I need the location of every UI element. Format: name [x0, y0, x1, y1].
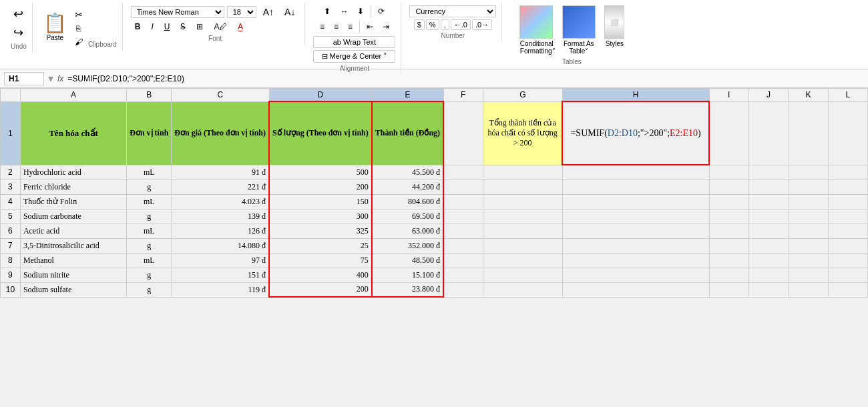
cell-g1[interactable]: Tổng thành tiền của hóa chất có số lượng… — [483, 101, 562, 165]
cell-e3[interactable]: 44.200 đ — [372, 179, 443, 194]
cell-f10[interactable] — [443, 282, 483, 297]
cell-k9[interactable] — [789, 268, 828, 282]
cell-f7[interactable] — [443, 238, 483, 253]
col-header-f[interactable]: F — [443, 89, 483, 102]
align-middle-button[interactable]: ↔ — [336, 5, 352, 17]
cell-c8[interactable]: 97 đ — [172, 253, 269, 268]
copy-button[interactable]: ⎘ — [72, 23, 85, 35]
cell-l9[interactable] — [828, 268, 867, 282]
cell-f8[interactable] — [443, 253, 483, 268]
cell-f6[interactable] — [443, 224, 483, 238]
row-header-1[interactable]: 1 — [1, 101, 21, 165]
increase-font-button[interactable]: A↑ — [259, 5, 278, 19]
cell-h3[interactable] — [562, 179, 709, 194]
cell-f3[interactable] — [443, 179, 483, 194]
cell-i8[interactable] — [709, 253, 748, 268]
row-header-6[interactable]: 6 — [1, 224, 21, 238]
cell-d10[interactable]: 200 — [269, 282, 372, 297]
styles-button[interactable]: Styles — [602, 39, 628, 49]
cell-i9[interactable] — [709, 268, 748, 282]
cell-i4[interactable] — [709, 194, 748, 209]
row-header-5[interactable]: 5 — [1, 209, 21, 224]
italic-button[interactable]: I — [147, 21, 157, 33]
cell-d9[interactable]: 400 — [269, 268, 372, 282]
cell-b9[interactable]: g — [127, 268, 172, 282]
col-header-d[interactable]: D — [269, 89, 372, 102]
cell-c7[interactable]: 14.080 đ — [172, 238, 269, 253]
col-header-c[interactable]: C — [172, 89, 269, 102]
underline-button[interactable]: U — [160, 21, 174, 33]
cell-i7[interactable] — [709, 238, 748, 253]
cell-c1[interactable]: Đơn giá (Theo đơn vị tính) — [172, 101, 269, 165]
indent-decrease-button[interactable]: ⇤ — [363, 21, 377, 33]
cell-h2[interactable] — [562, 165, 709, 179]
cell-b3[interactable]: g — [127, 179, 172, 194]
cell-b1[interactable]: Đơn vị tính — [127, 101, 172, 165]
decrease-decimal-button[interactable]: ←.0 — [451, 19, 471, 30]
row-header-4[interactable]: 4 — [1, 194, 21, 209]
indent-increase-button[interactable]: ⇥ — [379, 21, 393, 33]
cell-e6[interactable]: 63.000 đ — [372, 224, 443, 238]
cell-c4[interactable]: 4.023 đ — [172, 194, 269, 209]
cell-e8[interactable]: 48.500 đ — [372, 253, 443, 268]
cell-b4[interactable]: mL — [127, 194, 172, 209]
undo-button[interactable]: ↩ — [12, 5, 25, 23]
row-header-8[interactable]: 8 — [1, 253, 21, 268]
cell-l10[interactable] — [828, 282, 867, 297]
cell-d8[interactable]: 75 — [269, 253, 372, 268]
cell-e4[interactable]: 804.600 đ — [372, 194, 443, 209]
cell-j3[interactable] — [748, 179, 788, 194]
cell-i10[interactable] — [709, 282, 748, 297]
cell-k10[interactable] — [789, 282, 828, 297]
cell-j9[interactable] — [748, 268, 788, 282]
cell-k4[interactable] — [789, 194, 828, 209]
wrap-text-button[interactable]: ab Wrap Text — [313, 36, 395, 48]
cell-a5[interactable]: Sodium carbonate — [20, 209, 126, 224]
cell-j2[interactable] — [748, 165, 788, 179]
cell-l6[interactable] — [828, 224, 867, 238]
cell-e5[interactable]: 69.500 đ — [372, 209, 443, 224]
cell-c6[interactable]: 126 đ — [172, 224, 269, 238]
cell-g8[interactable] — [483, 253, 562, 268]
cell-g7[interactable] — [483, 238, 562, 253]
cell-f4[interactable] — [443, 194, 483, 209]
cell-b5[interactable]: g — [127, 209, 172, 224]
font-name-select[interactable]: Times New Roman — [131, 6, 224, 18]
paste-button[interactable]: 📋 Paste — [41, 11, 69, 43]
cell-i1[interactable] — [709, 101, 748, 165]
col-header-e[interactable]: E — [372, 89, 443, 102]
cell-e1[interactable]: Thành tiền (Đồng) — [372, 101, 443, 165]
format-painter-button[interactable]: 🖌 — [72, 36, 85, 48]
merge-center-button[interactable]: ⊟ Merge & Center ˅ — [313, 50, 395, 63]
strikethrough-button[interactable]: S̶ — [176, 21, 190, 33]
cell-h1[interactable]: =SUMIF(D2:D10;">200";E2:E10) — [562, 101, 709, 165]
col-header-h[interactable]: H — [562, 89, 709, 102]
cell-j5[interactable] — [748, 209, 788, 224]
cell-g3[interactable] — [483, 179, 562, 194]
cell-h4[interactable] — [562, 194, 709, 209]
cell-g9[interactable] — [483, 268, 562, 282]
number-format-select[interactable]: Currency — [409, 5, 496, 17]
text-direction-button[interactable]: ⟳ — [374, 5, 389, 17]
cell-f1[interactable] — [443, 101, 483, 165]
cell-c2[interactable]: 91 đ — [172, 165, 269, 179]
align-left-button[interactable]: ≡ — [316, 21, 329, 33]
font-color-button[interactable]: A̲ — [234, 21, 247, 33]
row-header-10[interactable]: 10 — [1, 282, 21, 297]
cell-a3[interactable]: Ferric chloride — [20, 179, 126, 194]
cell-e9[interactable]: 15.100 đ — [372, 268, 443, 282]
cell-e10[interactable]: 23.800 đ — [372, 282, 443, 297]
cell-a9[interactable]: Sodium nitrite — [20, 268, 126, 282]
cell-l5[interactable] — [828, 209, 867, 224]
col-header-j[interactable]: J — [748, 89, 788, 102]
bold-button[interactable]: B — [131, 21, 145, 33]
cell-h10[interactable] — [562, 282, 709, 297]
cell-l1[interactable] — [828, 101, 867, 165]
cell-c5[interactable]: 139 đ — [172, 209, 269, 224]
cell-h6[interactable] — [562, 224, 709, 238]
cell-a1[interactable]: Tên hóa chất — [20, 101, 126, 165]
cell-l3[interactable] — [828, 179, 867, 194]
cell-d2[interactable]: 500 — [269, 165, 372, 179]
cell-h7[interactable] — [562, 238, 709, 253]
cell-g4[interactable] — [483, 194, 562, 209]
